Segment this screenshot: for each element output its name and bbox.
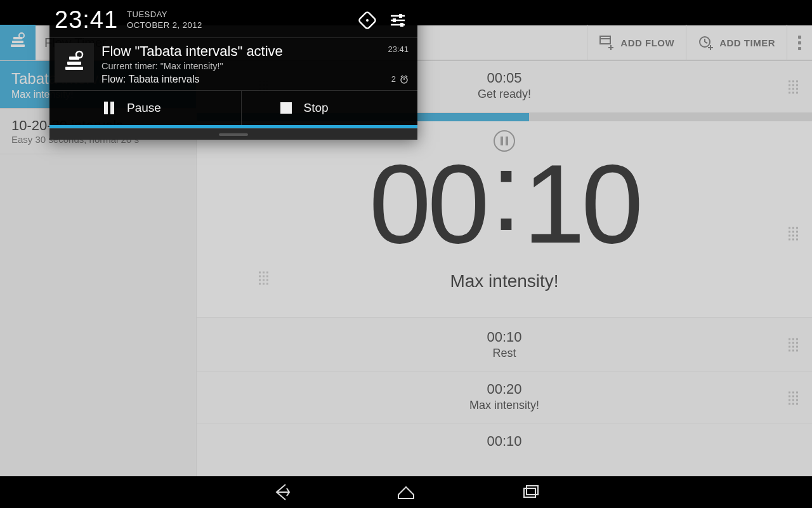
nav-home-button[interactable] [395, 481, 417, 504]
drag-handle-icon[interactable] [789, 227, 798, 241]
svg-rect-0 [11, 44, 25, 47]
svg-point-24 [76, 51, 82, 58]
notification-item[interactable]: Flow "Tabata intervals" active Current t… [49, 37, 417, 90]
svg-rect-20 [400, 23, 403, 27]
svg-rect-21 [65, 67, 83, 70]
svg-rect-31 [280, 102, 292, 114]
rotation-lock-icon[interactable] [357, 10, 378, 31]
stop-label: Stop [304, 101, 329, 115]
alarm-icon [400, 75, 409, 84]
add-timer-label: ADD TIMER [719, 37, 775, 48]
step-label: Rest [197, 347, 812, 360]
notification-title: Flow "Tabata intervals" active [102, 43, 407, 60]
svg-rect-18 [399, 14, 402, 18]
nav-recents-button[interactable] [519, 481, 542, 504]
timer-step[interactable]: 00:20 Max intensity! [197, 371, 812, 424]
notification-time: 23:41 [388, 44, 409, 54]
notification-pause-button[interactable]: Pause [49, 91, 241, 125]
timer-step[interactable]: 00:10 [197, 424, 812, 451]
svg-rect-32 [524, 488, 535, 497]
current-timer-display: 00:10 [197, 148, 812, 260]
current-step-label: Max intensity! [197, 271, 812, 291]
shade-date: TUESDAY OCTOBER 2, 2012 [127, 10, 202, 30]
svg-rect-4 [600, 36, 610, 44]
drag-handle-icon[interactable] [789, 338, 798, 351]
notification-app-icon [55, 43, 94, 83]
upcoming-steps: 00:10 Rest 00:20 Max intensity! 00:10 [197, 318, 812, 451]
svg-line-27 [401, 76, 403, 77]
nav-back-button[interactable] [270, 481, 293, 504]
add-timer-button[interactable]: ADD TIMER [686, 25, 787, 60]
add-timer-icon [698, 34, 714, 51]
svg-rect-30 [110, 102, 114, 114]
add-flow-label: ADD FLOW [620, 37, 674, 48]
svg-rect-33 [527, 486, 538, 495]
shade-header: 23:41 TUESDAY OCTOBER 2, 2012 [49, 0, 417, 37]
timer-step-current[interactable]: 00:10 Max intensity! [197, 113, 812, 318]
notification-actions: Pause Stop [49, 90, 417, 125]
settings-sliders-icon[interactable] [387, 10, 409, 31]
drag-handle-icon[interactable] [259, 272, 268, 285]
shade-clock: 23:41 [55, 6, 118, 34]
shade-pull-handle[interactable] [49, 128, 417, 140]
svg-rect-22 [67, 62, 81, 65]
step-time: 00:20 [197, 381, 812, 398]
system-nav-bar [0, 476, 812, 508]
overflow-menu-button[interactable] [787, 25, 812, 60]
notification-shade[interactable]: 23:41 TUESDAY OCTOBER 2, 2012 Flow "Taba… [49, 0, 417, 140]
svg-rect-29 [104, 102, 108, 114]
notification-stop-button[interactable]: Stop [241, 91, 418, 125]
notification-subtitle: Current timer: "Max intensity!" [102, 61, 407, 71]
add-flow-icon [599, 34, 615, 51]
step-time: 00:10 [197, 433, 812, 450]
step-time: 00:10 [197, 329, 812, 345]
svg-point-14 [366, 19, 369, 22]
step-label: Max intensity! [197, 399, 812, 412]
notification-count: 2 [391, 74, 409, 84]
stop-icon [280, 102, 292, 114]
drag-handle-icon[interactable] [789, 80, 798, 93]
app-logo-icon[interactable] [0, 25, 36, 60]
svg-line-28 [405, 76, 407, 77]
svg-rect-1 [12, 41, 23, 43]
svg-rect-19 [393, 18, 396, 22]
add-flow-button[interactable]: ADD FLOW [587, 25, 686, 60]
notification-line: Flow: Tabata intervals [102, 74, 407, 85]
svg-line-10 [705, 42, 707, 43]
timer-step[interactable]: 00:10 Rest [197, 318, 812, 371]
pause-icon [103, 101, 115, 115]
pause-label: Pause [127, 101, 161, 115]
drag-handle-icon[interactable] [789, 391, 798, 404]
